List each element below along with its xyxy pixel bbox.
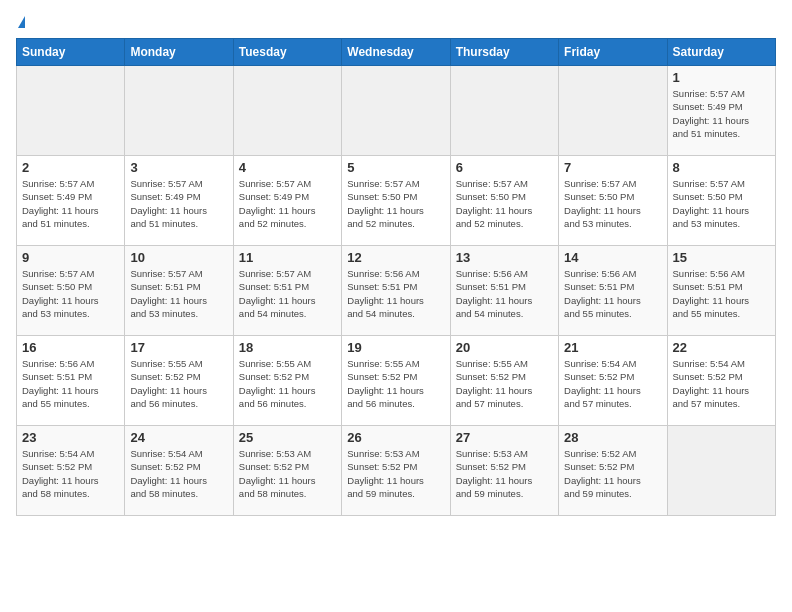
day-cell: 21Sunrise: 5:54 AM Sunset: 5:52 PM Dayli…: [559, 336, 667, 426]
day-cell: 18Sunrise: 5:55 AM Sunset: 5:52 PM Dayli…: [233, 336, 341, 426]
day-info: Sunrise: 5:57 AM Sunset: 5:49 PM Dayligh…: [673, 87, 770, 140]
column-header-monday: Monday: [125, 39, 233, 66]
logo: [16, 16, 25, 28]
column-header-thursday: Thursday: [450, 39, 558, 66]
day-info: Sunrise: 5:54 AM Sunset: 5:52 PM Dayligh…: [130, 447, 227, 500]
week-row-4: 16Sunrise: 5:56 AM Sunset: 5:51 PM Dayli…: [17, 336, 776, 426]
page-header: [16, 16, 776, 28]
day-info: Sunrise: 5:57 AM Sunset: 5:50 PM Dayligh…: [22, 267, 119, 320]
day-info: Sunrise: 5:57 AM Sunset: 5:50 PM Dayligh…: [456, 177, 553, 230]
day-info: Sunrise: 5:54 AM Sunset: 5:52 PM Dayligh…: [673, 357, 770, 410]
day-cell: [559, 66, 667, 156]
logo-triangle-icon: [18, 16, 25, 28]
day-cell: 22Sunrise: 5:54 AM Sunset: 5:52 PM Dayli…: [667, 336, 775, 426]
day-info: Sunrise: 5:57 AM Sunset: 5:50 PM Dayligh…: [347, 177, 444, 230]
day-number: 8: [673, 160, 770, 175]
day-number: 19: [347, 340, 444, 355]
day-info: Sunrise: 5:54 AM Sunset: 5:52 PM Dayligh…: [564, 357, 661, 410]
day-number: 24: [130, 430, 227, 445]
day-cell: [450, 66, 558, 156]
day-number: 6: [456, 160, 553, 175]
day-number: 25: [239, 430, 336, 445]
day-info: Sunrise: 5:56 AM Sunset: 5:51 PM Dayligh…: [456, 267, 553, 320]
day-info: Sunrise: 5:53 AM Sunset: 5:52 PM Dayligh…: [456, 447, 553, 500]
day-info: Sunrise: 5:55 AM Sunset: 5:52 PM Dayligh…: [239, 357, 336, 410]
week-row-3: 9Sunrise: 5:57 AM Sunset: 5:50 PM Daylig…: [17, 246, 776, 336]
day-number: 2: [22, 160, 119, 175]
column-header-friday: Friday: [559, 39, 667, 66]
day-number: 13: [456, 250, 553, 265]
day-cell: 12Sunrise: 5:56 AM Sunset: 5:51 PM Dayli…: [342, 246, 450, 336]
day-cell: 20Sunrise: 5:55 AM Sunset: 5:52 PM Dayli…: [450, 336, 558, 426]
day-cell: 27Sunrise: 5:53 AM Sunset: 5:52 PM Dayli…: [450, 426, 558, 516]
day-number: 26: [347, 430, 444, 445]
day-number: 21: [564, 340, 661, 355]
day-number: 20: [456, 340, 553, 355]
day-cell: 28Sunrise: 5:52 AM Sunset: 5:52 PM Dayli…: [559, 426, 667, 516]
day-cell: 8Sunrise: 5:57 AM Sunset: 5:50 PM Daylig…: [667, 156, 775, 246]
day-cell: 25Sunrise: 5:53 AM Sunset: 5:52 PM Dayli…: [233, 426, 341, 516]
day-info: Sunrise: 5:53 AM Sunset: 5:52 PM Dayligh…: [239, 447, 336, 500]
day-cell: 7Sunrise: 5:57 AM Sunset: 5:50 PM Daylig…: [559, 156, 667, 246]
day-cell: 5Sunrise: 5:57 AM Sunset: 5:50 PM Daylig…: [342, 156, 450, 246]
day-cell: [667, 426, 775, 516]
week-row-5: 23Sunrise: 5:54 AM Sunset: 5:52 PM Dayli…: [17, 426, 776, 516]
day-info: Sunrise: 5:57 AM Sunset: 5:49 PM Dayligh…: [22, 177, 119, 230]
day-cell: 6Sunrise: 5:57 AM Sunset: 5:50 PM Daylig…: [450, 156, 558, 246]
column-header-sunday: Sunday: [17, 39, 125, 66]
day-info: Sunrise: 5:57 AM Sunset: 5:51 PM Dayligh…: [239, 267, 336, 320]
day-info: Sunrise: 5:56 AM Sunset: 5:51 PM Dayligh…: [673, 267, 770, 320]
day-number: 17: [130, 340, 227, 355]
day-cell: 16Sunrise: 5:56 AM Sunset: 5:51 PM Dayli…: [17, 336, 125, 426]
column-header-saturday: Saturday: [667, 39, 775, 66]
day-number: 27: [456, 430, 553, 445]
day-cell: 23Sunrise: 5:54 AM Sunset: 5:52 PM Dayli…: [17, 426, 125, 516]
day-info: Sunrise: 5:57 AM Sunset: 5:51 PM Dayligh…: [130, 267, 227, 320]
day-cell: 15Sunrise: 5:56 AM Sunset: 5:51 PM Dayli…: [667, 246, 775, 336]
day-number: 18: [239, 340, 336, 355]
day-cell: 13Sunrise: 5:56 AM Sunset: 5:51 PM Dayli…: [450, 246, 558, 336]
day-number: 22: [673, 340, 770, 355]
day-info: Sunrise: 5:56 AM Sunset: 5:51 PM Dayligh…: [22, 357, 119, 410]
day-number: 10: [130, 250, 227, 265]
day-cell: 14Sunrise: 5:56 AM Sunset: 5:51 PM Dayli…: [559, 246, 667, 336]
day-number: 1: [673, 70, 770, 85]
day-cell: 19Sunrise: 5:55 AM Sunset: 5:52 PM Dayli…: [342, 336, 450, 426]
day-cell: 9Sunrise: 5:57 AM Sunset: 5:50 PM Daylig…: [17, 246, 125, 336]
day-info: Sunrise: 5:57 AM Sunset: 5:50 PM Dayligh…: [564, 177, 661, 230]
day-info: Sunrise: 5:54 AM Sunset: 5:52 PM Dayligh…: [22, 447, 119, 500]
week-row-2: 2Sunrise: 5:57 AM Sunset: 5:49 PM Daylig…: [17, 156, 776, 246]
day-number: 3: [130, 160, 227, 175]
day-cell: 17Sunrise: 5:55 AM Sunset: 5:52 PM Dayli…: [125, 336, 233, 426]
day-cell: 3Sunrise: 5:57 AM Sunset: 5:49 PM Daylig…: [125, 156, 233, 246]
day-number: 23: [22, 430, 119, 445]
week-row-1: 1Sunrise: 5:57 AM Sunset: 5:49 PM Daylig…: [17, 66, 776, 156]
day-cell: 1Sunrise: 5:57 AM Sunset: 5:49 PM Daylig…: [667, 66, 775, 156]
column-header-wednesday: Wednesday: [342, 39, 450, 66]
day-info: Sunrise: 5:52 AM Sunset: 5:52 PM Dayligh…: [564, 447, 661, 500]
day-cell: [125, 66, 233, 156]
day-info: Sunrise: 5:56 AM Sunset: 5:51 PM Dayligh…: [564, 267, 661, 320]
day-number: 4: [239, 160, 336, 175]
day-cell: [233, 66, 341, 156]
column-header-tuesday: Tuesday: [233, 39, 341, 66]
day-cell: [17, 66, 125, 156]
day-info: Sunrise: 5:55 AM Sunset: 5:52 PM Dayligh…: [130, 357, 227, 410]
day-number: 5: [347, 160, 444, 175]
day-info: Sunrise: 5:57 AM Sunset: 5:50 PM Dayligh…: [673, 177, 770, 230]
day-info: Sunrise: 5:55 AM Sunset: 5:52 PM Dayligh…: [456, 357, 553, 410]
day-cell: 10Sunrise: 5:57 AM Sunset: 5:51 PM Dayli…: [125, 246, 233, 336]
day-number: 14: [564, 250, 661, 265]
day-number: 28: [564, 430, 661, 445]
day-info: Sunrise: 5:55 AM Sunset: 5:52 PM Dayligh…: [347, 357, 444, 410]
day-number: 12: [347, 250, 444, 265]
day-number: 9: [22, 250, 119, 265]
day-cell: 26Sunrise: 5:53 AM Sunset: 5:52 PM Dayli…: [342, 426, 450, 516]
day-number: 7: [564, 160, 661, 175]
day-number: 11: [239, 250, 336, 265]
day-cell: [342, 66, 450, 156]
calendar-header-row: SundayMondayTuesdayWednesdayThursdayFrid…: [17, 39, 776, 66]
day-info: Sunrise: 5:57 AM Sunset: 5:49 PM Dayligh…: [239, 177, 336, 230]
calendar-table: SundayMondayTuesdayWednesdayThursdayFrid…: [16, 38, 776, 516]
day-number: 15: [673, 250, 770, 265]
